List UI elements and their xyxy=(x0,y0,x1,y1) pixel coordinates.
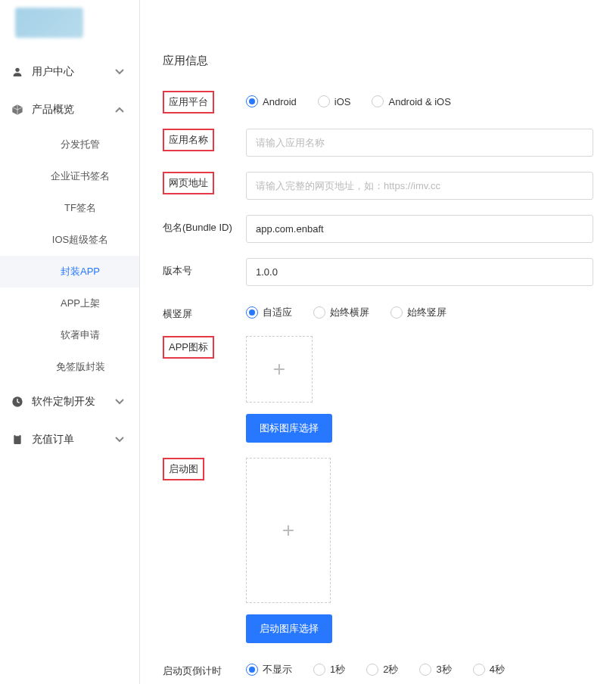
label-web-url: 网页地址 xyxy=(163,172,214,194)
user-icon xyxy=(11,65,24,79)
radio-4s[interactable]: 4秒 xyxy=(473,663,505,676)
sidebar-item-label: 软件定制开发 xyxy=(32,395,95,409)
sidebar-item-product-overview[interactable]: 产品概览 xyxy=(0,91,139,129)
label-platform: 应用平台 xyxy=(163,91,214,113)
app-name-input[interactable] xyxy=(246,129,593,157)
bundle-id-input[interactable] xyxy=(246,215,593,243)
sidebar-subitem-copyright[interactable]: 软著申请 xyxy=(0,319,139,351)
radio-2s[interactable]: 2秒 xyxy=(366,663,398,676)
svg-point-0 xyxy=(15,68,19,72)
sidebar-subitem-no-sign-package[interactable]: 免签版封装 xyxy=(0,351,139,383)
label-orientation: 横竖屏 xyxy=(163,301,246,321)
radio-1s[interactable]: 1秒 xyxy=(313,663,345,676)
sidebar-item-label: 用户中心 xyxy=(32,65,74,79)
platform-radio-group: Android iOS Android & iOS xyxy=(246,91,593,107)
sidebar-item-custom-dev[interactable]: 软件定制开发 xyxy=(0,383,139,421)
sidebar-subitem-ios-super-sign[interactable]: IOS超级签名 xyxy=(0,224,139,256)
sidebar-subitem-distribution[interactable]: 分发托管 xyxy=(0,129,139,160)
label-app-icon: APP图标 xyxy=(163,336,214,359)
radio-3s[interactable]: 3秒 xyxy=(419,663,451,676)
sidebar-item-label: 产品概览 xyxy=(32,103,74,117)
chevron-down-icon xyxy=(115,397,124,406)
countdown-radio-group: 不显示 1秒 2秒 3秒 4秒 xyxy=(246,658,593,676)
sidebar-item-label: 充值订单 xyxy=(32,433,74,446)
radio-adaptive[interactable]: 自适应 xyxy=(246,306,292,319)
label-app-name: 应用名称 xyxy=(163,129,214,151)
web-url-input[interactable] xyxy=(246,172,593,200)
radio-android[interactable]: Android xyxy=(246,95,297,107)
radio-android-ios[interactable]: Android & iOS xyxy=(372,95,450,107)
svg-rect-3 xyxy=(15,434,19,437)
launch-image-upload[interactable]: + xyxy=(246,458,331,603)
label-launch-image: 启动图 xyxy=(163,458,204,480)
radio-landscape[interactable]: 始终横屏 xyxy=(313,306,369,319)
clock-icon xyxy=(11,395,24,409)
svg-rect-2 xyxy=(14,435,20,444)
radio-ios[interactable]: iOS xyxy=(318,95,351,107)
radio-no-show[interactable]: 不显示 xyxy=(246,663,292,676)
chevron-up-icon xyxy=(115,105,124,114)
sidebar-subitem-enterprise-cert[interactable]: 企业证书签名 xyxy=(0,160,139,192)
logo xyxy=(0,0,114,45)
sidebar-subitem-package-app[interactable]: 封装APP xyxy=(0,256,139,288)
sidebar-item-user-center[interactable]: 用户中心 xyxy=(0,53,139,91)
plus-icon: + xyxy=(273,357,285,381)
cube-icon xyxy=(11,103,24,117)
version-input[interactable] xyxy=(246,258,593,286)
sidebar-subitem-tf-sign[interactable]: TF签名 xyxy=(0,192,139,224)
clipboard-icon xyxy=(11,433,24,446)
orientation-radio-group: 自适应 始终横屏 始终竖屏 xyxy=(246,301,593,319)
radio-portrait[interactable]: 始终竖屏 xyxy=(390,306,446,319)
main-content: 应用信息 应用平台 Android iOS Android & iOS 应用名称 xyxy=(140,27,616,684)
section-title: 应用信息 xyxy=(163,54,593,68)
chevron-down-icon xyxy=(115,67,124,76)
launch-library-button[interactable]: 启动图库选择 xyxy=(246,614,332,643)
sidebar-item-recharge-order[interactable]: 充值订单 xyxy=(0,421,139,459)
app-icon-upload[interactable]: + xyxy=(246,336,313,403)
label-version: 版本号 xyxy=(163,258,246,278)
label-countdown: 启动页倒计时 xyxy=(163,658,246,678)
sidebar: 用户中心 产品概览 分发托管 企业证书签名 TF签名 IOS超级签名 封装APP… xyxy=(0,0,140,684)
icon-library-button[interactable]: 图标图库选择 xyxy=(246,414,332,443)
chevron-down-icon xyxy=(115,435,124,444)
plus-icon: + xyxy=(282,518,294,543)
label-bundle-id: 包名(Bundle ID) xyxy=(163,215,246,235)
sidebar-subitem-app-publish[interactable]: APP上架 xyxy=(0,288,139,319)
